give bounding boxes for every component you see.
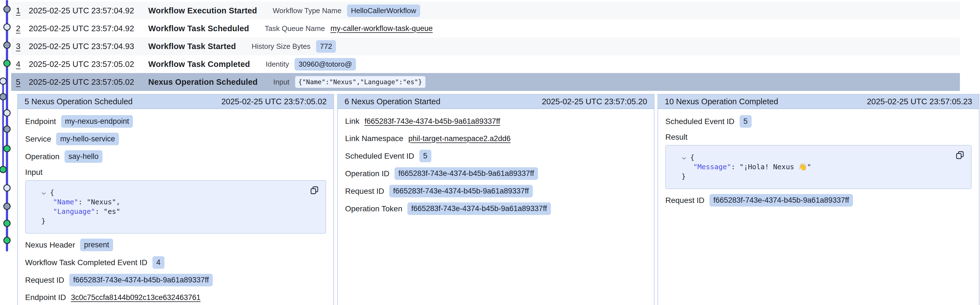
field-value-badge: f665283f-743e-4374-b45b-9a61a89337ff bbox=[710, 194, 853, 207]
field-label: Endpoint bbox=[25, 117, 56, 126]
field-value-badge: my-hello-service bbox=[56, 133, 119, 145]
event-name: Workflow Task Scheduled bbox=[148, 24, 249, 33]
chevron-down-icon[interactable] bbox=[681, 153, 686, 162]
json-code-line: "Name": "Nexus", bbox=[34, 198, 317, 207]
event-detail-panel: 6 Nexus Operation Started2025-02-25 UTC … bbox=[337, 94, 654, 305]
event-id-link[interactable]: 5 bbox=[16, 77, 29, 87]
detail-field: Endpointmy-nexus-endpoint bbox=[25, 115, 326, 128]
timeline-event-dot bbox=[3, 184, 11, 191]
detail-field: Operationsay-hello bbox=[25, 150, 326, 163]
event-timestamp: 2025-02-25 UTC 23:57:05.02 bbox=[29, 60, 148, 69]
json-key: "Language" bbox=[53, 207, 95, 215]
event-timestamp: 2025-02-25 UTC 23:57:04.92 bbox=[29, 24, 148, 33]
event-attribute-label: Input bbox=[273, 78, 290, 87]
field-label: Input bbox=[25, 168, 321, 177]
detail-field: Operation IDf665283f-743e-4374-b45b-9a61… bbox=[345, 167, 647, 180]
json-code-line: "Language": "es" bbox=[34, 207, 317, 217]
json-code-line: { bbox=[674, 153, 963, 162]
detail-field: Request IDf665283f-743e-4374-b45b-9a61a8… bbox=[665, 194, 972, 207]
timeline-event-dot bbox=[3, 145, 11, 152]
panel-timestamp: 2025-02-25 UTC 23:57:05.02 bbox=[221, 97, 327, 106]
event-detail-panel: 10 Nexus Operation Completed2025-02-25 U… bbox=[657, 94, 980, 305]
field-value-link[interactable]: 3c0c75ccfa8144b092c13ce632463761 bbox=[71, 293, 200, 302]
field-value-badge: f665283f-743e-4374-b45b-9a61a89337ff bbox=[395, 167, 538, 180]
event-id-link[interactable]: 2 bbox=[16, 24, 29, 33]
panel-body: Linkf665283f-743e-4374-b45b-9a61a89337ff… bbox=[338, 109, 654, 215]
field-label: Operation Token bbox=[345, 204, 402, 213]
detail-field: Servicemy-hello-service bbox=[25, 133, 326, 145]
field-label: Service bbox=[25, 135, 51, 144]
field-label: Workflow Task Completed Event ID bbox=[25, 258, 148, 267]
field-value-link[interactable]: phil-target-namespace2.a2dd6 bbox=[409, 134, 511, 143]
json-key: "Message" bbox=[693, 163, 731, 171]
json-text: } bbox=[41, 217, 46, 225]
event-row[interactable]: 12025-02-25 UTC 23:57:04.92Workflow Exec… bbox=[11, 2, 960, 19]
field-label: Request ID bbox=[665, 196, 705, 205]
copy-icon[interactable] bbox=[955, 150, 966, 161]
event-id-link[interactable]: 4 bbox=[16, 60, 29, 69]
field-label: Request ID bbox=[25, 276, 64, 284]
detail-field: Request IDf665283f-743e-4374-b45b-9a61a8… bbox=[25, 274, 326, 286]
timeline-event-dot bbox=[3, 109, 11, 117]
json-text: : bbox=[731, 163, 739, 171]
event-row[interactable]: 32025-02-25 UTC 23:57:04.93Workflow Task… bbox=[11, 37, 960, 55]
field-label: Scheduled Event ID bbox=[665, 117, 735, 126]
event-row[interactable]: 42025-02-25 UTC 23:57:05.02Workflow Task… bbox=[11, 55, 960, 73]
event-id-link[interactable]: 1 bbox=[16, 6, 29, 15]
panel-header: 10 Nexus Operation Completed2025-02-25 U… bbox=[658, 95, 979, 109]
detail-field: Request IDf665283f-743e-4374-b45b-9a61a8… bbox=[345, 185, 647, 198]
field-label: Operation bbox=[25, 152, 59, 161]
json-text: { bbox=[50, 188, 54, 196]
detail-field: Endpoint ID3c0c75ccfa8144b092c13ce632463… bbox=[25, 291, 326, 303]
chevron-down-icon[interactable] bbox=[41, 188, 46, 198]
detail-field: Scheduled Event ID5 bbox=[665, 115, 972, 128]
json-code-viewer: {"Name": "Nexus","Language": "es"} bbox=[25, 180, 326, 234]
field-value-badge: f665283f-743e-4374-b45b-9a61a89337ff bbox=[407, 202, 551, 215]
json-text: " bbox=[807, 163, 811, 171]
event-attribute-label: History Size Bytes bbox=[251, 42, 310, 51]
field-label: Operation ID bbox=[345, 169, 390, 178]
detail-field: Linkf665283f-743e-4374-b45b-9a61a89337ff bbox=[345, 115, 647, 127]
field-value-link[interactable]: f665283f-743e-4374-b45b-9a61a89337ff bbox=[364, 117, 500, 126]
event-attribute-label: Identity bbox=[266, 60, 289, 69]
event-attribute-label: Task Queue Name bbox=[265, 24, 325, 33]
event-timestamp: 2025-02-25 UTC 23:57:05.02 bbox=[29, 77, 148, 87]
timeline-event-dot bbox=[3, 24, 11, 31]
field-value-badge: my-nexus-endpoint bbox=[61, 115, 133, 128]
detail-field: Workflow Task Completed Event ID4 bbox=[25, 256, 326, 269]
json-text: } bbox=[681, 172, 686, 180]
timeline-event-dot bbox=[3, 203, 11, 210]
event-name: Workflow Execution Started bbox=[148, 6, 257, 15]
panel-header: 5 Nexus Operation Scheduled2025-02-25 UT… bbox=[18, 95, 333, 109]
json-text: "es" bbox=[103, 207, 120, 215]
event-attribute-link[interactable]: my-caller-workflow-task-queue bbox=[331, 24, 433, 33]
event-name: Workflow Task Completed bbox=[148, 60, 250, 69]
field-value-badge: f665283f-743e-4374-b45b-9a61a89337ff bbox=[69, 274, 213, 286]
event-id-link[interactable]: 3 bbox=[16, 42, 29, 51]
field-label: Link bbox=[345, 117, 360, 126]
event-attribute-input-badge: {"Name":"Nexus","Language":"es"} bbox=[295, 76, 425, 88]
code-field: Result{"Message": "¡Hola! Nexus 👋"} bbox=[665, 133, 972, 189]
event-timestamp: 2025-02-25 UTC 23:57:04.92 bbox=[29, 6, 148, 15]
field-label: Endpoint ID bbox=[25, 293, 66, 302]
panel-body: Endpointmy-nexus-endpointServicemy-hello… bbox=[18, 109, 333, 303]
timeline-event-dot bbox=[3, 237, 11, 244]
json-text: "Nexus", bbox=[87, 198, 120, 206]
detail-field: Operation Tokenf665283f-743e-4374-b45b-9… bbox=[345, 202, 647, 215]
timeline-event-dot bbox=[3, 125, 11, 133]
event-attribute-label: Workflow Type Name bbox=[273, 6, 342, 15]
timeline-event-dot bbox=[3, 60, 11, 67]
panel-body: Scheduled Event ID5Result{"Message": "¡H… bbox=[658, 109, 979, 207]
event-timestamp: 2025-02-25 UTC 23:57:04.93 bbox=[29, 42, 148, 51]
event-row[interactable]: 22025-02-25 UTC 23:57:04.92Workflow Task… bbox=[11, 19, 960, 37]
event-name: Nexus Operation Scheduled bbox=[148, 77, 258, 87]
copy-icon[interactable] bbox=[309, 185, 320, 196]
detail-field: Link Namespacephil-target-namespace2.a2d… bbox=[345, 133, 647, 145]
panel-title: 10 Nexus Operation Completed bbox=[665, 97, 778, 106]
json-text: : bbox=[95, 207, 103, 215]
event-row[interactable]: 52025-02-25 UTC 23:57:05.02Nexus Operati… bbox=[11, 73, 960, 91]
event-history-list: 12025-02-25 UTC 23:57:04.92Workflow Exec… bbox=[11, 2, 960, 91]
field-value-badge: present bbox=[80, 239, 113, 251]
json-code-line: "Message": "¡Hola! Nexus 👋" bbox=[674, 162, 963, 172]
field-label: Result bbox=[665, 133, 967, 142]
